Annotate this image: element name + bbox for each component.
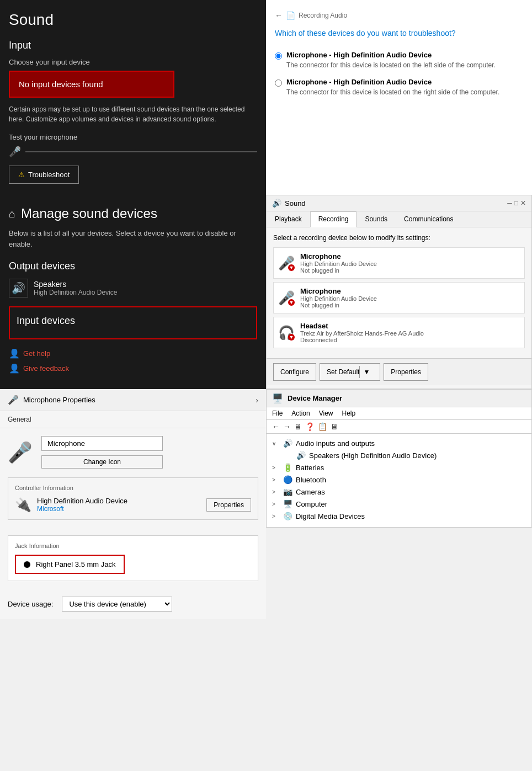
dm-bluetooth-category[interactable]: > 🔵 Bluetooth (272, 474, 526, 486)
dm-cameras-category[interactable]: > 📷 Cameras (272, 486, 526, 498)
dm-batteries-label: Batteries (296, 464, 324, 472)
input-section-title: Input (9, 40, 257, 51)
rec-device-1-icon-wrap: 🎤 ▼ (278, 256, 295, 271)
rec-error-badge-1: ▼ (288, 264, 295, 271)
get-help-link[interactable]: 👤 Get help (9, 348, 257, 359)
controller-properties-label: Properties (214, 501, 244, 509)
dm-forward-btn[interactable]: → (283, 422, 291, 431)
minimize-icon[interactable]: ─ (507, 199, 512, 207)
device-usage-label: Device usage: (8, 600, 53, 608)
maximize-icon[interactable]: □ (514, 199, 518, 207)
device1-radio[interactable] (275, 52, 282, 60)
rec-device-1[interactable]: 🎤 ▼ Microphone High Definition Audio Dev… (273, 247, 525, 279)
dm-speakers-item[interactable]: 🔊 Speakers (High Definition Audio Device… (272, 449, 526, 461)
dm-speakers-label: Speakers (High Definition Audio Device) (309, 451, 437, 460)
device-manager-panel: 🖥️ Device Manager File Action View Help … (266, 389, 532, 528)
rec-device-3-info: Headset Trekz Air by AfterShokz Hands-Fr… (300, 322, 424, 343)
output-section-title: Output devices (9, 260, 257, 272)
change-icon-button[interactable]: Change Icon (41, 455, 163, 469)
dm-computer-expand[interactable]: > (272, 501, 280, 507)
speakers-item: 🔊 Speakers High Definition Audio Device (9, 279, 257, 297)
dm-menu-file[interactable]: File (272, 410, 283, 417)
manage-desc: Below is a list of all your devices. Sel… (9, 228, 257, 249)
jack-info-section: Jack Information Right Panel 3.5 mm Jack (0, 528, 266, 589)
device2-label: Microphone - High Definition Audio Devic… (286, 78, 499, 86)
dm-menu-help[interactable]: Help (342, 410, 356, 417)
controller-properties-button[interactable]: Properties (206, 498, 251, 512)
device-usage-section: Device usage: Use this device (enable) (0, 589, 266, 619)
dm-menu-view[interactable]: View (319, 410, 333, 417)
prop-header: 🎤 Microphone Properties › (0, 389, 266, 411)
dm-title-icon: 🖥️ (272, 393, 283, 403)
input-devices-title: Input devices (17, 315, 249, 327)
dm-cameras-icon: 📷 (283, 487, 292, 496)
dialog-content: Select a recording device below to modif… (267, 227, 531, 358)
rec-device-2-name: Microphone (300, 287, 377, 295)
set-default-label: Set Default (327, 368, 359, 376)
device2-option[interactable]: Microphone - High Definition Audio Devic… (275, 78, 523, 96)
jack-item: Right Panel 3.5 mm Jack (15, 555, 125, 574)
controller-label: Controller Information (15, 485, 251, 491)
rec-device-2-status: Not plugged in (300, 302, 377, 309)
dm-bluetooth-icon: 🔵 (283, 475, 292, 484)
rec-device-1-info: Microphone High Definition Audio Device … (300, 252, 377, 274)
device1-option[interactable]: Microphone - High Definition Audio Devic… (275, 51, 523, 69)
dm-computer-btn[interactable]: 🖥 (294, 422, 302, 431)
jack-dot (24, 561, 30, 568)
dm-batteries-category[interactable]: > 🔋 Batteries (272, 461, 526, 474)
dm-menu-action[interactable]: Action (291, 410, 310, 417)
rec-device-2[interactable]: 🎤 ▼ Microphone High Definition Audio Dev… (273, 282, 525, 313)
dm-back-btn[interactable]: ← (272, 422, 280, 431)
back-arrow-icon[interactable]: ← (275, 11, 283, 20)
controller-sub[interactable]: Microsoft (37, 505, 201, 513)
dm-audio-expand[interactable]: ∨ (272, 440, 280, 446)
prop-name-field[interactable] (41, 436, 163, 451)
dm-monitor-btn[interactable]: 🖥 (331, 422, 338, 431)
get-help-icon: 👤 (9, 348, 20, 359)
mic-test-row: 🎤 (9, 146, 257, 158)
sound-settings-panel: Sound Input Choose your input device No … (0, 0, 266, 195)
speakers-sub: High Definition Audio Device (34, 289, 117, 296)
prop-expand-arrow[interactable]: › (256, 396, 258, 405)
dialog-sound-icon: 🔊 (272, 199, 281, 208)
dm-computer-category[interactable]: > 🖥️ Computer (272, 498, 526, 510)
close-icon[interactable]: ✕ (520, 199, 526, 207)
properties-button[interactable]: Properties (384, 363, 428, 381)
jack-section-label: Jack Information (15, 543, 251, 549)
controller-icon: 🔌 (15, 497, 31, 513)
dm-digital-expand[interactable]: > (272, 513, 280, 519)
tab-sounds[interactable]: Sounds (357, 211, 396, 227)
troubleshoot-button[interactable]: ⚠ Troubleshoot (9, 166, 79, 184)
dm-digital-media-category[interactable]: > 💿 Digital Media Devices (272, 510, 526, 522)
rec-device-2-info: Microphone High Definition Audio Device … (300, 287, 377, 309)
give-feedback-link[interactable]: 👤 Give feedback (9, 363, 257, 374)
rec-device-3-status: Disconnected (300, 337, 424, 343)
dm-bluetooth-expand[interactable]: > (272, 477, 280, 483)
dm-cameras-label: Cameras (296, 488, 325, 496)
tab-playback[interactable]: Playback (267, 211, 310, 227)
mic-properties-panel: 🎤 Microphone Properties › General 🎤 Chan… (0, 389, 266, 528)
set-default-button[interactable]: Set Default ▼ (320, 363, 380, 381)
configure-button[interactable]: Configure (273, 363, 316, 381)
rec-device-1-name: Microphone (300, 252, 377, 260)
dm-batteries-expand[interactable]: > (272, 465, 280, 471)
dm-audio-category[interactable]: ∨ 🔊 Audio inputs and outputs (272, 437, 526, 449)
set-default-arrow[interactable]: ▼ (359, 366, 373, 378)
dm-audio-label: Audio inputs and outputs (296, 439, 375, 448)
device-usage-select[interactable]: Use this device (enable) (62, 597, 172, 612)
prop-general-tab[interactable]: General (8, 416, 31, 423)
dm-menubar: File Action View Help (267, 407, 531, 420)
dialog-buttons: Configure Set Default ▼ Properties (267, 358, 531, 385)
tab-communications[interactable]: Communications (396, 211, 461, 227)
recording-troubleshoot-panel: ← 📄 Recording Audio Which of these devic… (266, 0, 532, 195)
bottom-links: 👤 Get help 👤 Give feedback (9, 348, 257, 374)
device2-radio[interactable] (275, 79, 282, 87)
tab-recording[interactable]: Recording (310, 211, 357, 227)
dialog-desc: Select a recording device below to modif… (273, 234, 525, 242)
manage-header: ⌂ Manage sound devices (9, 206, 257, 221)
rec-device-2-sub: High Definition Audio Device (300, 295, 377, 302)
rec-device-3[interactable]: 🎧 ▼ Headset Trekz Air by AfterShokz Hand… (273, 317, 525, 348)
dm-cameras-expand[interactable]: > (272, 489, 280, 495)
dm-help-btn[interactable]: ❓ (305, 422, 315, 431)
dm-properties-btn[interactable]: 📋 (318, 422, 327, 431)
